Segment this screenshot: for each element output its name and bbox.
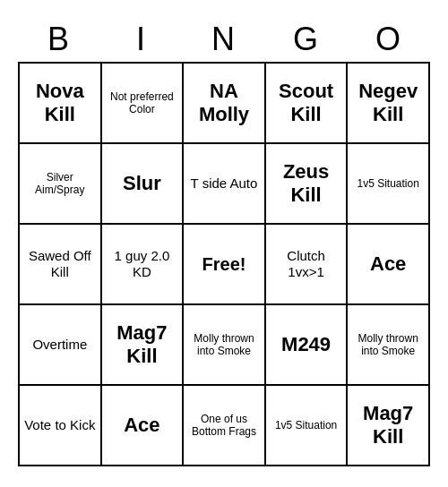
bingo-cell-15[interactable]: Overtime bbox=[20, 305, 102, 386]
bingo-cell-10[interactable]: Sawed Off Kill bbox=[20, 225, 102, 305]
bingo-letter-o: O bbox=[349, 21, 428, 58]
bingo-cell-19[interactable]: Molly thrown into Smoke bbox=[348, 305, 430, 386]
bingo-cell-23[interactable]: 1v5 Situation bbox=[266, 386, 349, 466]
bingo-cell-17[interactable]: Molly thrown into Smoke bbox=[184, 305, 266, 386]
bingo-card: BINGO Nova KillNot preferred ColorNA Mol… bbox=[9, 12, 439, 475]
bingo-cell-4[interactable]: Negev Kill bbox=[348, 64, 430, 144]
bingo-cell-20[interactable]: Vote to Kick bbox=[20, 386, 102, 466]
bingo-cell-9[interactable]: 1v5 Situation bbox=[348, 144, 430, 225]
bingo-cell-12[interactable]: Free! bbox=[184, 225, 266, 305]
bingo-cell-16[interactable]: Mag7 Kill bbox=[102, 305, 185, 386]
bingo-letter-g: G bbox=[267, 21, 346, 58]
bingo-cell-5[interactable]: Silver Aim/Spray bbox=[20, 144, 102, 225]
bingo-grid: Nova KillNot preferred ColorNA MollyScou… bbox=[18, 62, 430, 466]
bingo-cell-6[interactable]: Slur bbox=[102, 144, 185, 225]
bingo-cell-22[interactable]: One of us Bottom Frags bbox=[184, 386, 266, 466]
bingo-letter-i: I bbox=[102, 21, 181, 58]
bingo-cell-7[interactable]: T side Auto bbox=[184, 144, 266, 225]
bingo-cell-21[interactable]: Ace bbox=[102, 386, 185, 466]
bingo-cell-18[interactable]: M249 bbox=[266, 305, 349, 386]
bingo-title: BINGO bbox=[18, 21, 430, 58]
bingo-cell-3[interactable]: Scout Kill bbox=[266, 64, 349, 144]
bingo-cell-24[interactable]: Mag7 Kill bbox=[348, 386, 430, 466]
bingo-cell-1[interactable]: Not preferred Color bbox=[102, 64, 185, 144]
bingo-cell-8[interactable]: Zeus Kill bbox=[266, 144, 349, 225]
bingo-cell-13[interactable]: Clutch 1vx>1 bbox=[266, 225, 349, 305]
bingo-cell-0[interactable]: Nova Kill bbox=[20, 64, 102, 144]
bingo-cell-2[interactable]: NA Molly bbox=[184, 64, 266, 144]
bingo-cell-14[interactable]: Ace bbox=[348, 225, 430, 305]
bingo-letter-b: B bbox=[20, 21, 99, 58]
bingo-letter-n: N bbox=[185, 21, 263, 58]
bingo-cell-11[interactable]: 1 guy 2.0 KD bbox=[102, 225, 185, 305]
